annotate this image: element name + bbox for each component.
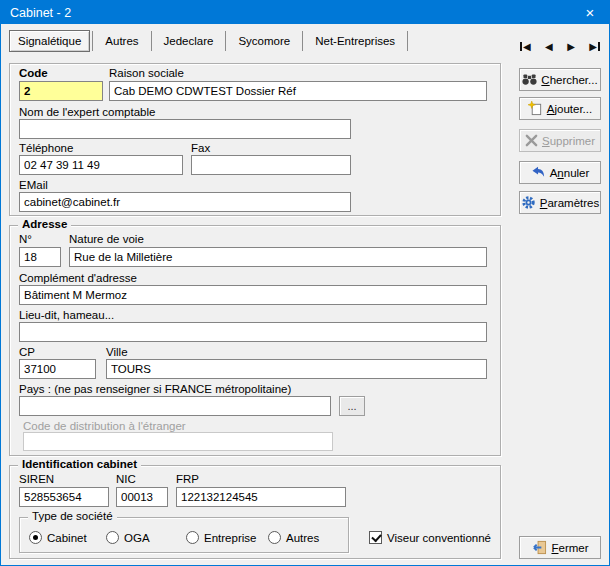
- annuler-button[interactable]: Annuler: [519, 161, 601, 184]
- radio-oga[interactable]: OGA: [106, 531, 150, 544]
- viseur-checkbox-box[interactable]: [369, 531, 382, 544]
- code-etranger-label: Code de distribution à l'étranger: [23, 420, 186, 432]
- dialog-cabinet: Cabinet - 2 × Signalétique Autres Jedecl…: [0, 0, 610, 566]
- radio-cabinet[interactable]: Cabinet: [29, 531, 87, 544]
- last-record-icon[interactable]: ▶: [589, 41, 600, 52]
- viseur-conventionne-checkbox[interactable]: Viseur conventionné: [369, 531, 491, 544]
- complement-label: Complément d'adresse: [19, 272, 137, 284]
- cp-label: CP: [19, 346, 35, 358]
- titlebar: Cabinet - 2: [1, 1, 609, 24]
- siren-label: SIREN: [19, 473, 54, 485]
- close-icon[interactable]: ×: [571, 1, 609, 24]
- complement-input[interactable]: [19, 285, 487, 305]
- adresse-group-title: Adresse: [18, 218, 71, 230]
- tab-sycomore[interactable]: Sycomore: [226, 31, 303, 51]
- nature-voie-input[interactable]: [69, 247, 487, 267]
- tab-autres[interactable]: Autres: [92, 31, 151, 51]
- fax-input[interactable]: [191, 155, 351, 175]
- ajouter-label: Ajouter...: [547, 103, 592, 115]
- viseur-checkbox-label: Viseur conventionné: [387, 532, 491, 544]
- window-title: Cabinet - 2: [10, 6, 71, 20]
- tab-net-entreprises[interactable]: Net-Entreprises: [303, 31, 408, 51]
- code-etranger-input: [23, 432, 333, 451]
- radio-autres-circle[interactable]: [268, 531, 281, 544]
- expert-comptable-label: Nom de l'expert comptable: [19, 106, 155, 118]
- identification-group-title: Identification cabinet: [18, 458, 141, 470]
- ville-input[interactable]: [106, 359, 487, 379]
- pays-input[interactable]: [19, 396, 331, 416]
- raison-sociale-label: Raison sociale: [109, 67, 184, 79]
- parametres-label: Paramètres: [540, 197, 599, 209]
- nic-label: NIC: [116, 473, 136, 485]
- chercher-button[interactable]: Chercher...: [519, 68, 601, 91]
- tab-strip: Signalétique Autres Jedeclare Sycomore N…: [9, 30, 408, 52]
- ville-label: Ville: [106, 346, 128, 358]
- pays-browse-button[interactable]: ...: [339, 396, 365, 416]
- radio-oga-label: OGA: [124, 532, 150, 544]
- numero-label: N°: [19, 233, 32, 245]
- fermer-button[interactable]: Fermer: [519, 536, 601, 559]
- gear-icon: [521, 195, 536, 210]
- siren-input[interactable]: [19, 487, 109, 507]
- radio-entreprise-label: Entreprise: [204, 532, 256, 544]
- tab-jedeclare[interactable]: Jedeclare: [152, 31, 227, 51]
- ajouter-button[interactable]: Ajouter...: [519, 97, 601, 120]
- radio-oga-circle[interactable]: [106, 531, 119, 544]
- fax-label: Fax: [191, 142, 210, 154]
- frp-input[interactable]: [176, 487, 346, 507]
- radio-cabinet-circle[interactable]: [29, 531, 42, 544]
- supprimer-button[interactable]: Supprimer: [519, 129, 601, 152]
- lieudit-input[interactable]: [19, 322, 487, 342]
- expert-comptable-input[interactable]: [19, 119, 351, 139]
- raison-sociale-input[interactable]: [109, 81, 487, 101]
- previous-record-icon[interactable]: ◀: [545, 41, 553, 52]
- pays-label: Pays : (ne pas renseigner si FRANCE métr…: [19, 383, 291, 395]
- radio-cabinet-label: Cabinet: [47, 532, 87, 544]
- fermer-label: Fermer: [551, 542, 588, 554]
- radio-autres[interactable]: Autres: [268, 531, 319, 544]
- first-record-icon[interactable]: ◀: [520, 41, 531, 52]
- cp-input[interactable]: [19, 359, 96, 379]
- frp-label: FRP: [176, 473, 199, 485]
- undo-arrow-icon: [531, 166, 546, 179]
- annuler-label: Annuler: [550, 167, 590, 179]
- telephone-label: Téléphone: [19, 142, 73, 154]
- binoculars-icon: [522, 73, 537, 86]
- delete-x-icon: [525, 134, 538, 147]
- new-document-icon: [528, 101, 543, 116]
- code-input[interactable]: [19, 81, 103, 101]
- email-input[interactable]: [19, 192, 351, 212]
- record-navigation: ◀ ◀ ▶ ▶: [517, 38, 603, 54]
- tab-signaletique[interactable]: Signalétique: [9, 30, 90, 52]
- nic-input[interactable]: [116, 487, 168, 507]
- nature-voie-label: Nature de voie: [69, 233, 144, 245]
- parametres-button[interactable]: Paramètres: [519, 191, 601, 214]
- code-label: Code: [19, 67, 48, 79]
- tab-label: Jedeclare: [164, 35, 214, 47]
- radio-entreprise-circle[interactable]: [186, 531, 199, 544]
- numero-input[interactable]: [19, 247, 61, 267]
- tab-label: Net-Entreprises: [315, 35, 395, 47]
- supprimer-label: Supprimer: [542, 135, 595, 147]
- close-glyph: ×: [586, 4, 595, 21]
- exit-door-icon: [531, 540, 547, 555]
- next-record-icon[interactable]: ▶: [567, 41, 575, 52]
- tab-label: Sycomore: [238, 35, 290, 47]
- radio-entreprise[interactable]: Entreprise: [186, 531, 256, 544]
- lieudit-label: Lieu-dit, hameau...: [19, 309, 114, 321]
- tab-label: Autres: [105, 35, 138, 47]
- tab-label: Signalétique: [18, 35, 81, 47]
- radio-autres-label: Autres: [286, 532, 319, 544]
- telephone-input[interactable]: [19, 155, 183, 175]
- email-label: EMail: [19, 179, 48, 191]
- chercher-label: Chercher...: [541, 74, 597, 86]
- type-societe-group-title: Type de société: [28, 510, 117, 522]
